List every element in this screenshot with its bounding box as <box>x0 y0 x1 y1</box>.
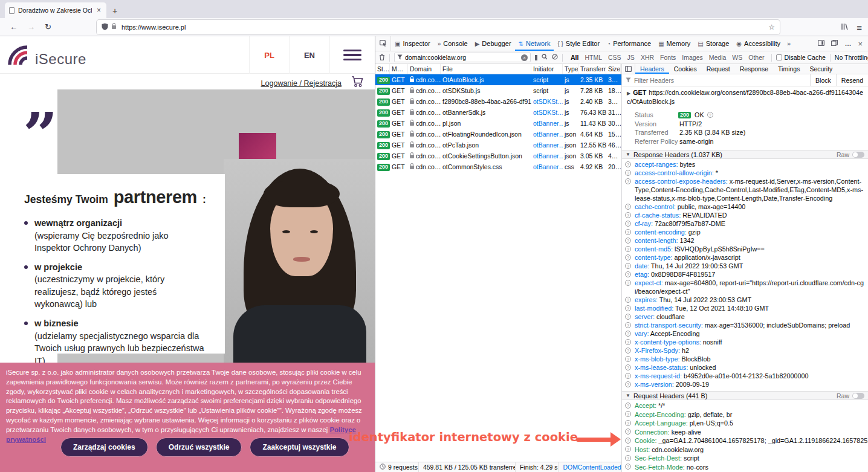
header-row[interactable]: ?expect-ct: max-age=604800, report-uri="… <box>622 279 868 296</box>
header-row[interactable]: ?last-modified: Tue, 12 Oct 2021 14:48:1… <box>622 304 868 312</box>
browser-tab[interactable]: Doradztwo w Zakresie Ochrony Dany × <box>5 2 106 18</box>
disable-cache-control[interactable]: Disable Cache <box>776 54 826 61</box>
devtools-tab-performance[interactable]: ◔Performance <box>603 36 655 51</box>
url-filter-input[interactable] <box>405 54 519 61</box>
network-request-row[interactable]: 200GETcdn.co…otBannerSdk.jsotSDKSt…js76.… <box>375 107 621 118</box>
shield-icon[interactable] <box>102 23 108 31</box>
devtools-tab-style-editor[interactable]: { }Style Editor <box>554 36 603 51</box>
header-row[interactable]: ?x-ms-version: 2009-09-19 <box>622 380 868 389</box>
cookie-button-zaakceptuj-wszystkie[interactable]: Zaakceptuj wszystkie <box>250 438 349 457</box>
dock-side-icon[interactable] <box>818 40 824 47</box>
language-pl-button[interactable]: PL <box>249 36 289 74</box>
app-menu-icon[interactable]: ≡ <box>857 22 862 33</box>
devtools-tab-memory[interactable]: ▦Memory <box>655 36 694 51</box>
network-request-row[interactable]: 200GETcdn.co…otSDKStub.jsscriptjs7.28 KB… <box>375 85 621 96</box>
tab-close-icon[interactable]: × <box>96 6 102 15</box>
headers-tab-response[interactable]: Response <box>735 64 773 74</box>
column-st[interactable]: St… <box>375 64 390 74</box>
collapse-icon[interactable]: ▼ <box>626 393 630 398</box>
back-icon[interactable]: ← <box>10 22 18 31</box>
network-request-row[interactable]: 200GETcdn.co…otCommonStyles.cssotBanner…… <box>375 161 621 172</box>
library-icon[interactable] <box>841 22 848 33</box>
block-button[interactable]: Block <box>810 74 836 86</box>
response-headers-section[interactable]: ▼ Response Headers (1.037 KB) Raw <box>622 150 868 159</box>
site-menu-button[interactable] <box>329 36 375 74</box>
header-row[interactable]: ?access-control-allow-origin: * <box>622 169 868 177</box>
expand-icon[interactable]: ▶ <box>627 91 630 96</box>
header-row[interactable]: ?etag: 0x8D98D8F4F819517 <box>622 270 868 279</box>
header-row[interactable]: ?Cookie: _ga=GA1.2.704861004.1657825178;… <box>622 436 868 445</box>
site-logo[interactable]: iSecure <box>7 45 86 68</box>
header-row[interactable]: ?vary: Accept-Encoding <box>622 329 868 338</box>
headers-tab-request[interactable]: Request <box>702 64 735 74</box>
devtools-more-icon[interactable]: … <box>844 40 851 47</box>
type-filter-images[interactable]: Images <box>679 53 705 62</box>
devtools-close-icon[interactable]: × <box>858 39 863 48</box>
column-transferred[interactable]: Transferred <box>578 64 606 74</box>
cookie-button-zarz-dzaj-cookies[interactable]: Zarządzaj cookies <box>60 438 148 457</box>
header-row[interactable]: ?Accept: */* <box>622 401 868 410</box>
language-en-button[interactable]: EN <box>289 36 329 74</box>
network-request-row[interactable]: 200GETcdn.co…otCookieSettingsButton.json… <box>375 150 621 161</box>
type-filter-other[interactable]: Other <box>746 53 766 62</box>
raw-toggle[interactable] <box>852 393 864 399</box>
cookie-button-odrzu-wszystkie[interactable]: Odrzuć wszystkie <box>156 438 242 457</box>
headers-tab-cookies[interactable]: Cookies <box>669 64 702 74</box>
type-filter-js[interactable]: JS <box>625 53 637 62</box>
raw-toggle[interactable] <box>852 152 864 158</box>
forward-icon[interactable]: → <box>27 22 35 31</box>
devtools-tab-storage[interactable]: ▤Storage <box>694 36 733 51</box>
header-row[interactable]: ?Sec-Fetch-Mode: no-cors <box>622 463 868 472</box>
header-row[interactable]: ?x-content-type-options: nosniff <box>622 338 868 346</box>
separate-window-icon[interactable] <box>831 40 838 47</box>
throttling-select[interactable]: No Throttling▾ <box>835 54 868 61</box>
headers-tab-security[interactable]: Security <box>805 64 837 74</box>
network-request-row[interactable]: 200GETcdn.co…f2890bc8-88eb-4bac-a266-df9… <box>375 96 621 107</box>
header-row[interactable]: ?server: cloudflare <box>622 312 868 321</box>
pause-icon[interactable] <box>535 55 537 60</box>
type-filter-css[interactable]: CSS <box>606 53 624 62</box>
devtools-tab-accessibility[interactable]: ◉Accessibility <box>733 36 784 51</box>
request-headers-section[interactable]: ▼ Request Headers (441 B) Raw <box>622 391 868 400</box>
search-icon[interactable] <box>542 54 548 61</box>
cart-icon[interactable] <box>351 76 364 90</box>
header-row[interactable]: ?access-control-expose-headers: x-ms-req… <box>622 177 868 202</box>
network-request-row[interactable]: 200GETcdn.co…otFloatingRoundedIcon.jsono… <box>375 129 621 140</box>
header-row[interactable]: ?Connection: keep-alive <box>622 428 868 437</box>
header-row[interactable]: ?accept-ranges: bytes <box>622 160 868 169</box>
header-row[interactable]: ?content-length: 1342 <box>622 236 868 245</box>
login-register-link[interactable]: Logowanie / Rejestracja <box>261 79 342 88</box>
type-filter-all[interactable]: All <box>568 53 581 62</box>
resend-button[interactable]: Resend <box>836 74 868 86</box>
collapse-icon[interactable]: ▼ <box>626 152 630 157</box>
devtools-tab-console[interactable]: »Console <box>434 36 471 51</box>
element-picker-icon[interactable] <box>375 36 391 51</box>
network-request-row[interactable]: 200GETcdn.co…OtAutoBlock.jsscriptjs2.35 … <box>375 74 621 85</box>
header-row[interactable]: ?content-md5: lSVHQDpByLpS5h8SniPgIw== <box>622 245 868 253</box>
header-row[interactable]: ?content-type: application/x-javascript <box>622 253 868 262</box>
reload-icon[interactable]: ↻ <box>45 22 51 31</box>
header-row[interactable]: ?Accept-Encoding: gzip, deflate, br <box>622 410 868 419</box>
type-filter-xhr[interactable]: XHR <box>638 53 656 62</box>
header-row[interactable]: ?strict-transport-security: max-age=3153… <box>622 321 868 329</box>
column-m[interactable]: M… <box>390 64 408 74</box>
type-filter-html[interactable]: HTML <box>582 53 604 62</box>
header-row[interactable]: ?cf-cache-status: REVALIDATED <box>622 211 868 219</box>
filter-headers-input[interactable] <box>634 77 806 84</box>
column-size[interactable]: Size <box>606 64 621 74</box>
help-icon[interactable]: ? <box>707 112 713 118</box>
clear-filter-icon[interactable]: × <box>521 54 528 61</box>
type-filter-fonts[interactable]: Fonts <box>658 53 678 62</box>
headers-tab-headers[interactable]: Headers <box>635 64 669 74</box>
network-request-row[interactable]: 200GETcdn.co…otPcTab.jsonotBanner…json12… <box>375 140 621 150</box>
header-row[interactable]: ?cache-control: public, max-age=14400 <box>622 202 868 211</box>
lock-icon[interactable] <box>112 25 116 29</box>
header-row[interactable]: ?date: Thu, 14 Jul 2022 19:00:53 GMT <box>622 262 868 270</box>
network-request-row[interactable]: 200GETcdn.co…pl.jsonotBanner…js11.43 KB3… <box>375 118 621 129</box>
url-filter-box[interactable]: × <box>394 53 531 62</box>
type-filter-media[interactable]: Media <box>707 53 729 62</box>
headers-filter-box[interactable] <box>622 74 810 86</box>
clear-requests-icon[interactable] <box>379 54 385 62</box>
header-row[interactable]: ?Sec-Fetch-Dest: script <box>622 454 868 463</box>
header-row[interactable]: ?x-ms-request-id: b4952d0e-a01e-0014-213… <box>622 372 868 380</box>
